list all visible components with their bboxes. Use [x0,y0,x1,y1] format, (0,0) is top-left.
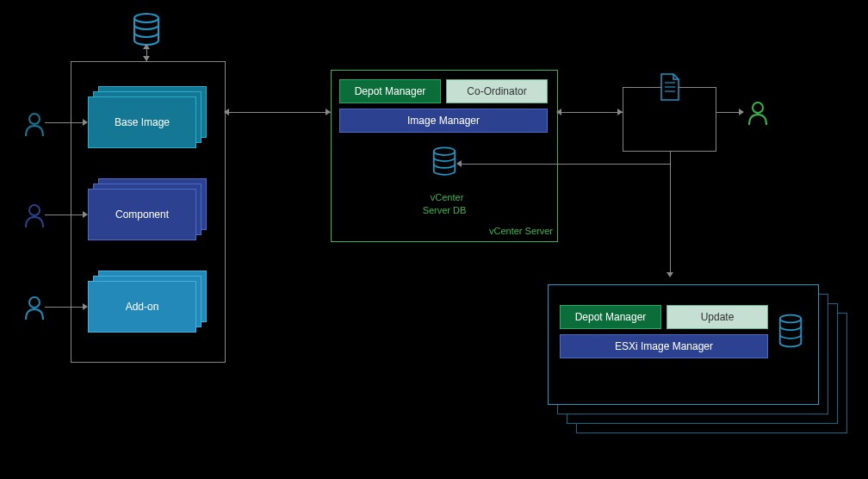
svg-point-8 [753,103,763,113]
svg-point-1 [29,114,40,124]
user-icon-green [747,101,768,129]
document-icon [658,72,682,104]
esxi-db-icon [778,314,803,351]
component-label: Component [115,208,169,221]
vcenter-depot-manager: Depot Manager [339,79,441,103]
svg-point-4 [434,147,456,155]
user-icon-blue [24,203,45,232]
svg-point-9 [780,315,802,323]
addon-card: Add-on [88,281,196,333]
vcenter-coordinator: Co-Ordinator [446,79,548,103]
vcenter-server-title: vCenter Server [331,226,553,236]
vcenter-db-label: vCenter Server DB [405,179,484,216]
user-icon-lightblue [24,295,45,324]
user-icon-teal [24,112,45,140]
addon-label: Add-on [126,301,159,313]
svg-point-0 [134,14,158,22]
component-card: Component [88,189,196,240]
esxi-update: Update [666,305,768,329]
base-image-label: Base Image [115,116,170,128]
base-image-card: Base Image [88,96,196,148]
svg-point-3 [29,297,40,308]
esxi-image-manager: ESXi Image Manager [560,334,768,358]
vcenter-image-manager: Image Manager [339,109,548,133]
svg-point-2 [29,205,40,215]
esxi-depot-manager: Depot Manager [560,305,661,329]
